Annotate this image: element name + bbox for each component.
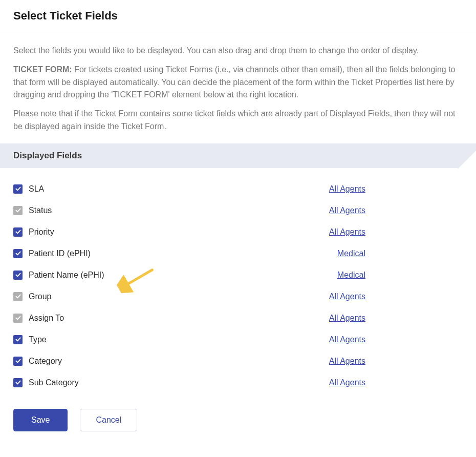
field-visibility-link[interactable]: All Agents — [329, 292, 365, 301]
check-icon — [15, 272, 21, 278]
field-checkbox[interactable] — [13, 335, 23, 344]
check-icon — [15, 315, 21, 321]
field-visibility-link[interactable]: All Agents — [329, 206, 365, 215]
field-row[interactable]: Patient Name (ePHI)Medical — [13, 264, 463, 286]
field-row[interactable]: PriorityAll Agents — [13, 221, 463, 243]
field-visibility-link[interactable]: All Agents — [329, 378, 365, 387]
field-row-left: Category — [13, 357, 62, 366]
description-text-3: Please note that if the Ticket Form cont… — [13, 108, 463, 133]
field-row[interactable]: GroupAll Agents — [13, 286, 463, 307]
fields-list: SLAAll AgentsStatusAll AgentsPriorityAll… — [0, 168, 476, 399]
check-icon — [15, 358, 21, 364]
field-row[interactable]: Assign ToAll Agents — [13, 307, 463, 329]
description-text-1: Select the fields you would like to be d… — [13, 45, 463, 57]
ticket-form-bold: TICKET FORM: — [13, 65, 72, 74]
field-row[interactable]: Patient ID (ePHI)Medical — [13, 243, 463, 264]
check-icon — [15, 207, 21, 214]
field-checkbox[interactable] — [13, 271, 23, 280]
field-row[interactable]: TypeAll Agents — [13, 329, 463, 350]
displayed-fields-header: Displayed Fields — [0, 143, 458, 168]
description-text-2: TICKET FORM: For tickets created using T… — [13, 64, 463, 101]
section-title: Displayed Fields — [13, 151, 82, 160]
field-row[interactable]: SLAAll Agents — [13, 178, 463, 200]
field-row-left: Assign To — [13, 314, 64, 323]
field-row-left: Priority — [13, 227, 54, 237]
field-label: Group — [29, 292, 51, 301]
field-checkbox — [13, 314, 23, 323]
field-label: Sub Category — [29, 378, 79, 387]
check-icon — [15, 379, 21, 386]
field-row-left: Status — [13, 206, 52, 215]
field-checkbox — [13, 206, 23, 215]
field-visibility-link[interactable]: All Agents — [329, 314, 365, 323]
field-label: Status — [29, 206, 52, 215]
field-label: Patient Name (ePHI) — [29, 271, 104, 280]
field-row[interactable]: StatusAll Agents — [13, 200, 463, 221]
save-button[interactable]: Save — [13, 409, 68, 431]
dialog-title: Select Ticket Fields — [13, 9, 463, 23]
field-checkbox[interactable] — [13, 357, 23, 366]
field-label: Priority — [29, 227, 54, 237]
field-visibility-link[interactable]: Medical — [337, 249, 365, 258]
field-checkbox[interactable] — [13, 227, 23, 237]
field-visibility-link[interactable]: All Agents — [329, 227, 365, 237]
field-checkbox — [13, 292, 23, 301]
field-row-left: Group — [13, 292, 51, 301]
field-row[interactable]: Sub CategoryAll Agents — [13, 372, 463, 393]
field-checkbox[interactable] — [13, 184, 23, 194]
field-row-left: Patient ID (ePHI) — [13, 249, 91, 258]
field-visibility-link[interactable]: All Agents — [329, 335, 365, 344]
check-icon — [15, 185, 21, 192]
cancel-button[interactable]: Cancel — [80, 409, 137, 431]
field-visibility-link[interactable]: All Agents — [329, 184, 365, 194]
dialog-footer: Save Cancel — [0, 399, 476, 438]
check-icon — [15, 228, 21, 235]
description-text-2-rest: For tickets created using Ticket Forms (… — [13, 65, 455, 99]
check-icon — [15, 250, 21, 257]
field-row[interactable]: CategoryAll Agents — [13, 350, 463, 372]
dialog-container: Select Ticket Fields Select the fields y… — [0, 0, 476, 438]
field-label: SLA — [29, 184, 44, 194]
field-row-left: SLA — [13, 184, 44, 194]
description-block: Select the fields you would like to be d… — [0, 32, 476, 143]
field-checkbox[interactable] — [13, 378, 23, 387]
field-checkbox[interactable] — [13, 249, 23, 258]
field-row-left: Type — [13, 335, 47, 344]
dialog-header: Select Ticket Fields — [0, 0, 476, 32]
field-label: Category — [29, 357, 62, 366]
field-visibility-link[interactable]: All Agents — [329, 357, 365, 366]
field-label: Type — [29, 335, 47, 344]
field-visibility-link[interactable]: Medical — [337, 271, 365, 280]
field-row-left: Patient Name (ePHI) — [13, 271, 104, 280]
check-icon — [15, 293, 21, 300]
field-row-left: Sub Category — [13, 378, 79, 387]
field-label: Assign To — [29, 314, 64, 323]
check-icon — [15, 336, 21, 343]
field-label: Patient ID (ePHI) — [29, 249, 91, 258]
